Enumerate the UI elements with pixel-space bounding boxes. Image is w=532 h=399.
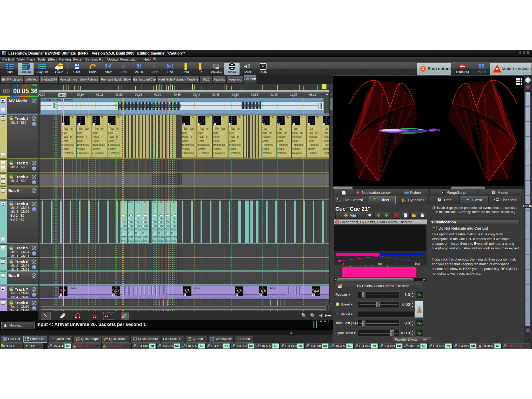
svg-text:beta: beta xyxy=(58,64,63,66)
svg-text:FX: FX xyxy=(163,337,167,341)
svg-text:!: ! xyxy=(480,345,480,348)
svg-text:01: 01 xyxy=(262,66,265,69)
svg-text:!: ! xyxy=(104,345,105,348)
svg-text:*: * xyxy=(496,66,498,73)
svg-text:+: + xyxy=(53,337,54,340)
svg-text:Σ: Σ xyxy=(373,198,376,202)
svg-text:!: ! xyxy=(74,345,75,348)
